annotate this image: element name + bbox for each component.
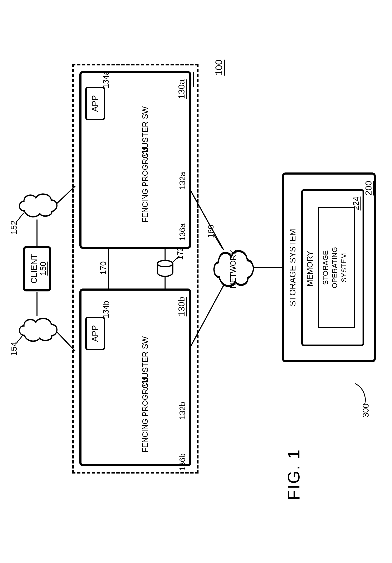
- heartbeat-ref: 170: [99, 261, 108, 274]
- node-b-app-label: APP: [90, 322, 100, 345]
- quorum-ref: 172: [176, 247, 185, 260]
- node-a-fencing-label: FENCING PROGRAM: [141, 146, 150, 224]
- svg-line-15: [17, 334, 23, 343]
- node-b-app-ref: 134b: [101, 301, 111, 318]
- client-ref: 150: [38, 260, 48, 277]
- svg-line-14: [17, 213, 23, 222]
- node-a-app-label: APP: [90, 92, 100, 115]
- node-a-ref: 130a: [177, 79, 187, 99]
- ref-152: 152: [9, 220, 19, 235]
- storage-system-label: STORAGE SYSTEM: [288, 231, 297, 306]
- diagram-page: 100 CLIENT 150 152 154 120 130a APP 134a…: [0, 0, 392, 563]
- figure-caption: FIG. 1: [284, 437, 303, 512]
- client-label: CLIENT: [29, 251, 39, 286]
- network-ref: 160: [206, 225, 215, 238]
- node-a-clustersw-ref: 132a: [178, 172, 187, 190]
- node-a-app-ref: 134a: [101, 71, 111, 89]
- storage-system-ref: 200: [364, 181, 374, 195]
- storage-os-line2: OPERATING: [330, 243, 339, 293]
- node-b-fencing-ref: 136b: [178, 453, 187, 471]
- storage-os-ref: 300: [361, 403, 370, 418]
- network-label: NETWORK: [229, 249, 238, 290]
- quorum-cylinder-top: [157, 260, 173, 267]
- storage-os-line3: SYSTEM: [340, 251, 348, 284]
- node-b-ref: 130b: [177, 297, 187, 316]
- node-b-box: [79, 289, 191, 466]
- ref-100: 100: [213, 60, 224, 76]
- storage-os-line1: STORAGE: [321, 248, 329, 287]
- node-b-clustersw-ref: 132b: [178, 402, 187, 420]
- node-b-fencing-label: FENCING PROGRAM: [141, 376, 150, 454]
- node-a-fencing-ref: 136a: [178, 223, 187, 241]
- memory-label: MEMORY: [305, 249, 315, 289]
- ref-154: 154: [9, 342, 19, 356]
